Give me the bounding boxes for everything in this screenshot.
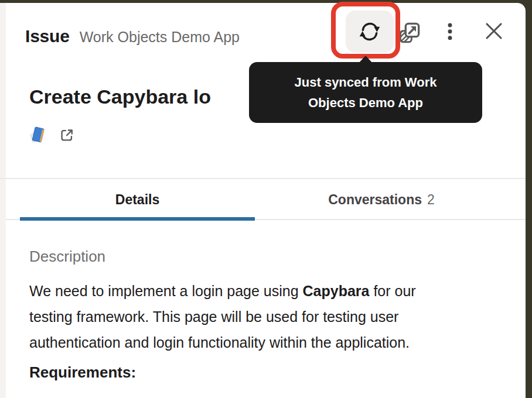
tab-conversations-count-badge: 2 [427,192,435,208]
open-in-window-button[interactable] [397,20,422,46]
object-type-label: Issue [25,26,70,46]
open-in-window-icon [398,21,421,44]
sync-button[interactable] [346,11,394,53]
description-line-1: We need to implement a login page using … [29,278,416,304]
blue-book-emoji-icon [29,126,47,144]
app-name-label: Work Objects Demo App [80,29,240,46]
bold-capybara-text: Capybara [303,283,370,299]
sync-tooltip: Just synced from Work Objects Demo App [249,62,482,123]
issue-flexpane: Issue Work Objects Demo App [6,3,526,398]
tooltip-text-line1: Just synced from Work [295,72,437,92]
close-icon [483,20,504,42]
tab-conversations-label: Conversations [328,192,422,208]
flexpane-header: Issue Work Objects Demo App [25,26,240,46]
external-link-icon[interactable] [59,127,75,143]
overflow-menu-icon [438,19,462,43]
tab-conversations[interactable]: Conversations 2 [255,180,508,219]
title-meta-row [29,126,75,144]
issue-title: Create Capybara lo [29,85,211,108]
sync-icon [358,20,381,43]
overflow-menu-button[interactable] [437,18,463,44]
header-section-divider [0,178,526,179]
tab-details-label: Details [115,192,159,208]
description-paragraph: We need to implement a login page using … [29,278,416,355]
description-line-2: testing framework. This page will be use… [29,304,416,330]
tooltip-text-line2: Objects Demo App [308,92,423,113]
requirements-heading: Requirements: [29,363,136,382]
close-button[interactable] [481,18,507,44]
tooltip-arrow [359,56,373,63]
active-tab-underline [20,217,255,221]
description-line-3: authentication and login functionality w… [29,330,416,355]
workspace-background-strip [0,3,6,398]
description-section-heading: Description [29,248,105,266]
tab-details[interactable]: Details [20,180,255,219]
